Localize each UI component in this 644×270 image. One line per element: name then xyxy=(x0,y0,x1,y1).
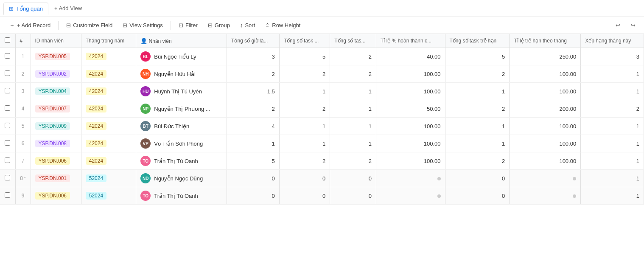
gio-lam-cell: 2 xyxy=(227,65,280,83)
header-xep-hang: Xếp hạng tháng này xyxy=(581,34,644,48)
task-tre-han-cell: 2 xyxy=(445,65,510,83)
xep-hang-cell: 1 xyxy=(581,118,644,135)
nv-cell: HUHuỳnh Thị Tú Uyên xyxy=(136,83,227,100)
header-checkbox-col xyxy=(0,34,15,48)
row-checkbox[interactable] xyxy=(5,88,10,93)
person-icon: 👤 xyxy=(140,38,147,44)
row-number: 1 xyxy=(15,48,31,65)
thang-cell: 52024 xyxy=(81,170,136,187)
row-checkbox[interactable] xyxy=(5,53,10,59)
xep-hang-cell: 1 xyxy=(581,187,644,205)
header-tas-done: Tổng số tas... xyxy=(330,34,376,48)
task-total-cell: 1 xyxy=(279,135,330,152)
undo-button[interactable]: ↩ xyxy=(612,20,624,31)
tas-done-cell: 2 xyxy=(330,65,376,83)
xep-hang-cell: 1 xyxy=(581,135,644,152)
nv-name: Trần Thị Tú Oanh xyxy=(154,193,198,199)
row-checkbox-cell xyxy=(0,48,15,65)
nv-name: Nguyễn Ngọc Dũng xyxy=(154,175,203,182)
id-nv-cell: YSP.DN.009 xyxy=(31,118,81,135)
filter-button[interactable]: ⊡ Filter xyxy=(174,20,202,31)
row-checkbox[interactable] xyxy=(5,192,10,198)
tab-tong-quan-label: Tổng quan xyxy=(16,6,43,12)
row-checkbox[interactable] xyxy=(5,123,10,128)
id-nv-badge: YSP.DN.008 xyxy=(35,140,70,147)
nv-name: Huỳnh Thị Tú Uyên xyxy=(154,88,202,95)
gio-lam-cell: 1.5 xyxy=(227,83,280,100)
view-settings-button[interactable]: ⊞ View Settings xyxy=(118,20,167,31)
tab-add-view[interactable]: + Add View xyxy=(50,3,86,14)
id-nv-badge: YSP.DN.001 xyxy=(35,174,70,182)
header-task-total: Tổng số task ... xyxy=(279,34,330,48)
task-tre-han-cell: 1 xyxy=(445,83,510,100)
sort-button[interactable]: ↕ Sort xyxy=(236,20,259,31)
ti-le-tre-cell: 100.00 xyxy=(510,152,581,170)
row-checkbox[interactable] xyxy=(5,105,10,111)
table-row: 4YSP.DN.00742024NPNguyễn Thị Phương ...2… xyxy=(0,100,644,118)
add-record-button[interactable]: ＋ + Add Record xyxy=(5,20,55,31)
header-thang: Tháng trong năm xyxy=(81,34,136,48)
ti-le-hoan-cell xyxy=(376,187,445,205)
id-nv-badge: YSP.DN.005 xyxy=(35,53,70,60)
ti-le-hoan-cell: 100.00 xyxy=(376,83,445,100)
ti-le-hoan-cell: 100.00 xyxy=(376,135,445,152)
row-number: 6 xyxy=(15,135,31,152)
row-number: 2 xyxy=(15,65,31,83)
toolbar-separator-2 xyxy=(171,21,171,30)
tas-done-cell: 1 xyxy=(330,135,376,152)
header-row-num: # xyxy=(15,34,31,48)
filter-icon: ⊡ xyxy=(179,22,183,28)
thang-cell: 42024 xyxy=(81,135,136,152)
row-checkbox-cell xyxy=(0,135,15,152)
avatar: BL xyxy=(140,51,151,62)
task-tre-han-cell: 2 xyxy=(445,100,510,118)
thang-badge: 52024 xyxy=(86,192,106,200)
group-button[interactable]: ⊟ Group xyxy=(204,20,234,31)
gio-lam-cell: 0 xyxy=(227,187,280,205)
sort-icon: ↕ xyxy=(240,22,243,28)
tas-done-cell: 2 xyxy=(330,48,376,65)
tas-done-cell: 0 xyxy=(330,170,376,187)
tab-tong-quan[interactable]: ⊞ Tổng quan xyxy=(3,3,48,15)
tas-done-cell: 1 xyxy=(330,83,376,100)
ti-le-hoan-cell: 100.00 xyxy=(376,118,445,135)
row-checkbox[interactable] xyxy=(5,158,10,163)
customize-field-button[interactable]: ⊟ Customize Field xyxy=(62,20,117,31)
nv-cell: TOTrần Thị Tú Oanh xyxy=(136,187,227,205)
row-checkbox[interactable] xyxy=(5,140,10,146)
table-row: 1YSP.DN.00542024BLBùi Ngọc Tiểu Ly35240.… xyxy=(0,48,644,65)
row-number: 8 * xyxy=(15,170,31,187)
row-checkbox-cell xyxy=(0,187,15,205)
redo-button[interactable]: ↪ xyxy=(627,20,639,31)
id-nv-badge: YSP.DN.007 xyxy=(35,105,70,112)
xep-hang-cell: 1 xyxy=(581,65,644,83)
nv-name: Nguyễn Thị Phương ... xyxy=(154,106,210,112)
id-nv-cell: YSP.DN.001 xyxy=(31,170,81,187)
ti-le-tre-cell: 100.00 xyxy=(510,118,581,135)
avatar: BT xyxy=(140,121,151,131)
header-id-nv: ID nhân viên xyxy=(31,34,81,48)
task-tre-han-cell: 1 xyxy=(445,135,510,152)
xep-hang-cell: 3 xyxy=(581,48,644,65)
header-ti-le-hoan: Tỉ lệ % hoàn thành c... xyxy=(376,34,445,48)
row-checkbox[interactable] xyxy=(5,175,10,180)
ti-le-hoan-cell: 100.00 xyxy=(376,65,445,83)
table-row: 7YSP.DN.00642024TOTrần Thị Tú Oanh522100… xyxy=(0,152,644,170)
ti-le-hoan-cell: 100.00 xyxy=(376,152,445,170)
gio-lam-cell: 4 xyxy=(227,118,280,135)
id-nv-cell: YSP.DN.007 xyxy=(31,100,81,118)
avatar: ND xyxy=(140,173,151,183)
thang-badge: 42024 xyxy=(86,87,106,95)
xep-hang-cell: 2 xyxy=(581,100,644,118)
id-nv-badge: YSP.DN.004 xyxy=(35,87,70,95)
row-checkbox-cell xyxy=(0,100,15,118)
task-tre-han-cell: 5 xyxy=(445,48,510,65)
row-checkbox[interactable] xyxy=(5,70,10,76)
gio-lam-cell: 5 xyxy=(227,152,280,170)
ti-le-tre-cell xyxy=(510,187,581,205)
select-all-checkbox[interactable] xyxy=(5,37,10,43)
id-nv-cell: YSP.DN.002 xyxy=(31,65,81,83)
settings-icon: ⊞ xyxy=(123,22,127,28)
row-height-button[interactable]: ⇕ Row Height xyxy=(261,20,305,31)
task-total-cell: 2 xyxy=(279,100,330,118)
